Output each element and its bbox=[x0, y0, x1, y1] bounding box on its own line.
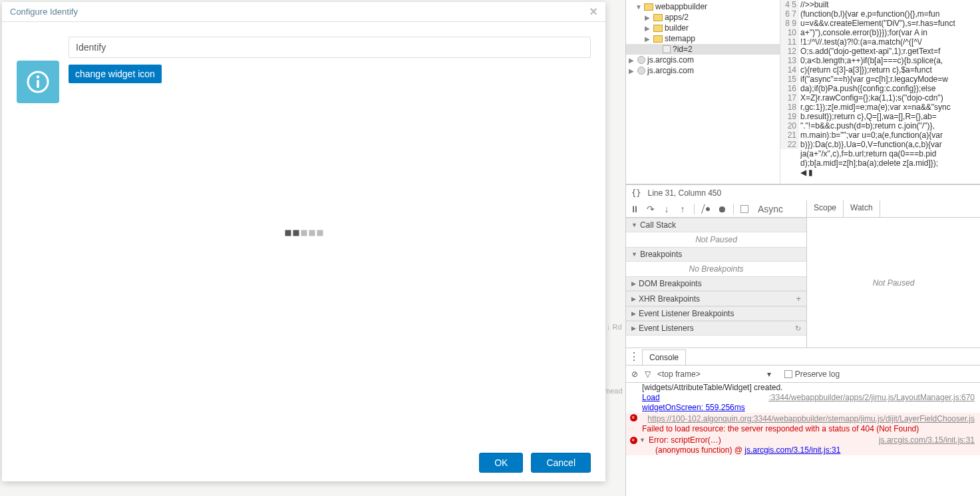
loading-spinner bbox=[285, 230, 323, 236]
tree-folder[interactable]: stemapp bbox=[665, 34, 695, 43]
clear-console-icon[interactable]: ⊘ bbox=[631, 370, 638, 379]
console-toolbar: ⊘ ▽ <top frame>▾ Preserve log bbox=[626, 366, 980, 383]
async-checkbox[interactable] bbox=[740, 205, 748, 213]
xhr-breakpoints-header[interactable]: ▶XHR Breakpoints+ bbox=[626, 291, 806, 306]
devtools: ▼webappbuilder ▶apps/2 ▶builder ▶stemapp… bbox=[625, 0, 980, 496]
tree-file-selected[interactable]: ?id=2 bbox=[673, 45, 693, 54]
format-icon[interactable]: {} bbox=[631, 188, 641, 198]
cancel-button[interactable]: Cancel bbox=[531, 453, 591, 473]
pause-exceptions-icon[interactable]: ⏺ bbox=[717, 204, 727, 214]
map-area-label: mead bbox=[604, 387, 623, 395]
tab-scope[interactable]: Scope bbox=[807, 200, 844, 217]
step-out-icon[interactable]: ↑ bbox=[678, 204, 687, 214]
preserve-log-checkbox[interactable] bbox=[784, 370, 792, 378]
scope-body: Not Paused bbox=[807, 218, 980, 348]
deactivate-breakpoints-icon[interactable]: ⧸● bbox=[701, 204, 711, 214]
configure-modal: Configure Identify × change widget icon … bbox=[2, 2, 605, 481]
error-icon bbox=[630, 437, 637, 444]
dom-breakpoints-header[interactable]: ▶DOM Breakpoints bbox=[626, 276, 806, 291]
debugger-left-pane: ⏸ ↷ ↓ ↑ ⧸● ⏺ Async ▼Call Stack Not Pause… bbox=[626, 200, 807, 348]
source-tree[interactable]: ▼webappbuilder ▶apps/2 ▶builder ▶stemapp… bbox=[626, 0, 780, 184]
filter-icon[interactable]: ▽ bbox=[645, 370, 651, 379]
tree-domain[interactable]: js.arcgis.com bbox=[647, 66, 694, 75]
breakpoints-body: No Breakpoints bbox=[626, 262, 806, 276]
preserve-log-label: Preserve log bbox=[795, 370, 840, 379]
widget-name-input[interactable] bbox=[69, 37, 591, 58]
editor-status-bar: {} Line 31, Column 450 bbox=[626, 184, 980, 200]
refresh-icon[interactable]: ↻ bbox=[795, 324, 801, 333]
tree-folder[interactable]: apps/2 bbox=[665, 13, 689, 22]
modal-title: Configure Identify bbox=[10, 7, 78, 17]
breakpoints-header[interactable]: ▼Breakpoints bbox=[626, 247, 806, 262]
tree-folder[interactable]: builder bbox=[665, 23, 689, 33]
add-xhr-breakpoint-icon[interactable]: + bbox=[796, 294, 801, 304]
pause-icon[interactable]: ⏸ bbox=[630, 204, 639, 214]
info-icon bbox=[26, 70, 50, 94]
tree-domain[interactable]: js.arcgis.com bbox=[647, 55, 694, 65]
tab-watch[interactable]: Watch bbox=[844, 200, 880, 217]
async-label: Async bbox=[758, 204, 783, 214]
frame-select[interactable]: <top frame> bbox=[657, 370, 701, 379]
close-icon[interactable]: × bbox=[589, 4, 597, 19]
ok-button[interactable]: OK bbox=[479, 453, 523, 473]
console-error: (anonymous function) @ js.arcgis.com/3.1… bbox=[626, 445, 980, 455]
chevron-down-icon[interactable]: ▾ bbox=[767, 370, 771, 379]
debugger-toolbar: ⏸ ↷ ↓ ↑ ⧸● ⏺ Async bbox=[626, 200, 806, 218]
debugger-right-pane: Scope Watch Not Paused bbox=[807, 200, 980, 348]
event-listener-breakpoints-header[interactable]: ▶Event Listener Breakpoints bbox=[626, 306, 806, 321]
tree-folder[interactable]: webappbuilder bbox=[655, 2, 707, 11]
error-icon bbox=[630, 414, 637, 421]
change-icon-button[interactable]: change widget icon bbox=[69, 65, 162, 83]
cursor-position: Line 31, Column 450 bbox=[647, 188, 721, 198]
event-listeners-header[interactable]: ▶Event Listeners↻ bbox=[626, 321, 806, 336]
modal-body: change widget icon bbox=[2, 22, 605, 444]
svg-rect-2 bbox=[37, 80, 39, 88]
tab-console[interactable]: Console bbox=[642, 350, 686, 365]
modal-header: Configure Identify × bbox=[2, 2, 605, 22]
map-road-label: ↓ Rd bbox=[607, 323, 622, 331]
console-line: [widgets/AttributeTable/Widget] created. bbox=[626, 383, 980, 393]
console-line: Load:3344/webappbuilder/apps/2/jimu.js/L… bbox=[626, 393, 980, 403]
widget-icon bbox=[17, 61, 59, 103]
console-line: widgetOnScreen: 559.256ms bbox=[626, 403, 980, 413]
console-menu-icon[interactable]: ⋮ bbox=[626, 350, 642, 363]
console-pane: ⋮ Console ⊘ ▽ <top frame>▾ Preserve log … bbox=[626, 348, 980, 496]
console-output[interactable]: [widgets/AttributeTable/Widget] created.… bbox=[626, 383, 980, 496]
code-editor[interactable]: 4 5 6 7 8 9 10 11 12 13 14 15 16 17 18 1… bbox=[780, 0, 980, 184]
modal-footer: OK Cancel bbox=[2, 444, 605, 481]
console-error: ▼ Error: scriptError(…) js.arcgis.com/3.… bbox=[626, 435, 980, 445]
svg-point-1 bbox=[37, 75, 40, 79]
step-into-icon[interactable]: ↓ bbox=[662, 204, 671, 214]
callstack-header[interactable]: ▼Call Stack bbox=[626, 218, 806, 232]
callstack-body: Not Paused bbox=[626, 232, 806, 247]
console-error: https://100-102.algonquin.org:3344/webap… bbox=[626, 413, 980, 435]
step-over-icon[interactable]: ↷ bbox=[646, 204, 655, 214]
